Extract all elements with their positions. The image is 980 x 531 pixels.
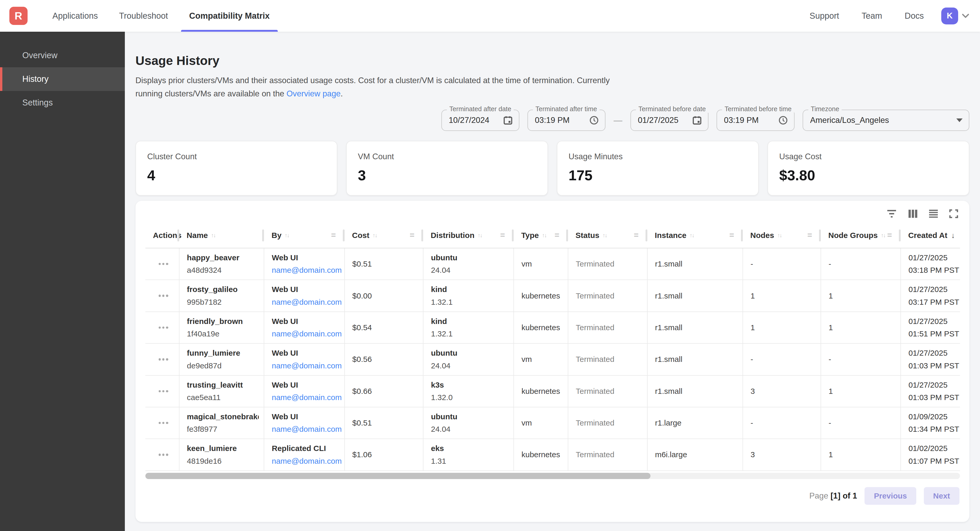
chevron-down-icon[interactable] xyxy=(962,14,969,19)
user-email-link[interactable]: name@domain.com xyxy=(272,330,339,338)
column-resize-handle[interactable] xyxy=(566,230,568,242)
row-actions-button[interactable] xyxy=(156,419,170,426)
created-by-source: Web UI xyxy=(272,285,339,294)
table-row: frosty_galileo 995b7182 Web UI name@doma… xyxy=(145,280,960,311)
column-resize-handle[interactable] xyxy=(512,230,514,242)
user-email-link[interactable]: name@domain.com xyxy=(272,298,339,306)
filter-bar: Terminated after date 10/27/2024 Termina… xyxy=(135,109,969,131)
replicated-logo[interactable]: R xyxy=(10,7,27,25)
secondary-nav: Support Team Docs K xyxy=(799,0,980,32)
row-actions-button[interactable] xyxy=(156,356,170,363)
created-time: 01:03 PM PST xyxy=(908,393,955,402)
calendar-icon[interactable] xyxy=(692,116,702,125)
column-resize-handle[interactable] xyxy=(819,230,821,242)
column-resize-handle[interactable] xyxy=(177,230,179,242)
sort-arrows-icon[interactable]: ↑↓ xyxy=(689,232,694,239)
column-header-instance[interactable]: Instance ↑↓ = xyxy=(648,223,743,248)
created-by-source: Web UI xyxy=(272,412,339,421)
clock-icon[interactable] xyxy=(589,116,599,125)
column-resize-handle[interactable] xyxy=(899,230,900,242)
cost-value: $0.51 xyxy=(352,260,372,268)
column-menu-icon[interactable]: = xyxy=(555,231,559,240)
user-email-link[interactable]: name@domain.com xyxy=(272,425,339,434)
row-actions-button[interactable] xyxy=(156,260,170,268)
sidebar-item-history[interactable]: History xyxy=(0,67,125,91)
sort-arrows-icon[interactable]: ↑↓ xyxy=(477,232,482,239)
column-resize-handle[interactable] xyxy=(422,230,423,242)
nav-item-support[interactable]: Support xyxy=(799,0,851,32)
type-cell: vm xyxy=(514,407,568,439)
distribution-name: k3s xyxy=(431,380,509,390)
sort-arrows-icon[interactable]: ↑↓ xyxy=(602,232,607,239)
next-page-button[interactable]: Next xyxy=(924,487,959,505)
sort-arrows-icon[interactable]: ↑↓ xyxy=(285,232,289,239)
overview-page-link[interactable]: Overview page xyxy=(286,89,341,98)
column-resize-handle[interactable] xyxy=(343,230,345,242)
row-actions-button[interactable] xyxy=(156,292,170,300)
column-menu-icon[interactable]: = xyxy=(634,231,638,240)
column-menu-icon[interactable]: = xyxy=(729,231,734,240)
nav-item-troubleshoot[interactable]: Troubleshoot xyxy=(108,0,178,32)
density-icon[interactable] xyxy=(929,209,938,218)
sidebar-item-settings[interactable]: Settings xyxy=(0,91,125,114)
columns-icon[interactable] xyxy=(908,209,918,218)
table-header-row: Actions Name ↑↓ By ↑↓ = Cost ↑↓ = xyxy=(145,223,960,248)
clock-icon[interactable] xyxy=(778,116,788,125)
sort-arrows-icon[interactable]: ↑↓ xyxy=(211,232,215,239)
nav-item-team[interactable]: Team xyxy=(850,0,893,32)
column-header-type[interactable]: Type ↑↓ = xyxy=(514,223,568,248)
nav-item-docs[interactable]: Docs xyxy=(893,0,935,32)
scrollbar-thumb[interactable] xyxy=(145,473,651,479)
user-email-link[interactable]: name@domain.com xyxy=(272,361,339,370)
nav-item-compatibility-matrix[interactable]: Compatibility Matrix xyxy=(178,0,280,32)
column-header-node-groups[interactable]: Node Groups ↑↓ = xyxy=(821,223,900,248)
fullscreen-icon[interactable] xyxy=(949,209,958,218)
terminated-before-date-field[interactable]: Terminated before date 01/27/2025 xyxy=(630,109,708,131)
column-header-name[interactable]: Name ↑↓ xyxy=(179,223,264,248)
column-menu-icon[interactable]: = xyxy=(331,231,336,240)
status-cell: Terminated xyxy=(568,248,648,280)
sort-arrows-icon[interactable]: ↑↓ xyxy=(777,232,781,239)
column-resize-handle[interactable] xyxy=(262,230,264,242)
column-menu-icon[interactable]: = xyxy=(410,231,414,240)
nodes-cell: 3 xyxy=(743,439,821,471)
column-header-status[interactable]: Status ↑↓ = xyxy=(568,223,648,248)
filter-icon[interactable] xyxy=(886,210,897,218)
nodes-cell: 1 xyxy=(743,312,821,344)
created-date: 01/27/2025 xyxy=(908,253,955,262)
sort-arrows-icon[interactable]: ↑↓ xyxy=(542,232,546,239)
nav-item-applications[interactable]: Applications xyxy=(42,0,108,32)
sort-arrows-icon[interactable]: ↑↓ xyxy=(372,232,377,239)
column-menu-icon[interactable]: = xyxy=(887,231,892,240)
calendar-icon[interactable] xyxy=(503,116,512,125)
row-actions-button[interactable] xyxy=(156,324,170,331)
column-header-created-at[interactable]: Created At ↓ xyxy=(900,223,960,248)
terminated-after-date-field[interactable]: Terminated after date 10/27/2024 xyxy=(441,109,519,131)
terminated-after-time-field[interactable]: Terminated after time 03:19 PM xyxy=(527,109,606,131)
sort-desc-icon[interactable]: ↓ xyxy=(951,231,955,240)
sidebar-item-overview[interactable]: Overview xyxy=(0,44,125,67)
instance-value: r1.small xyxy=(655,323,682,332)
timezone-select[interactable]: Timezone America/Los_Angeles xyxy=(803,109,969,131)
user-email-link[interactable]: name@domain.com xyxy=(272,393,339,402)
terminated-before-time-field[interactable]: Terminated before time 03:19 PM xyxy=(716,109,795,131)
column-resize-handle[interactable] xyxy=(646,230,648,242)
column-header-nodes[interactable]: Nodes ↑↓ = xyxy=(743,223,821,248)
previous-page-button[interactable]: Previous xyxy=(864,487,916,505)
stat-label: Usage Minutes xyxy=(568,152,747,161)
column-header-cost[interactable]: Cost ↑↓ = xyxy=(345,223,423,248)
avatar[interactable]: K xyxy=(941,8,958,24)
column-resize-handle[interactable] xyxy=(741,230,743,242)
row-actions-button[interactable] xyxy=(156,388,170,395)
column-header-by[interactable]: By ↑↓ = xyxy=(264,223,345,248)
user-email-link[interactable]: name@domain.com xyxy=(272,266,339,274)
sort-arrows-icon[interactable]: ↑↓ xyxy=(881,232,885,239)
actions-cell xyxy=(145,376,179,407)
column-menu-icon[interactable]: = xyxy=(807,231,812,240)
nodes-cell: 1 xyxy=(743,280,821,311)
column-header-distribution[interactable]: Distribution ↑↓ = xyxy=(423,223,514,248)
user-email-link[interactable]: name@domain.com xyxy=(272,457,339,466)
table-horizontal-scrollbar[interactable] xyxy=(145,473,960,479)
column-menu-icon[interactable]: = xyxy=(500,231,505,240)
row-actions-button[interactable] xyxy=(156,451,170,458)
